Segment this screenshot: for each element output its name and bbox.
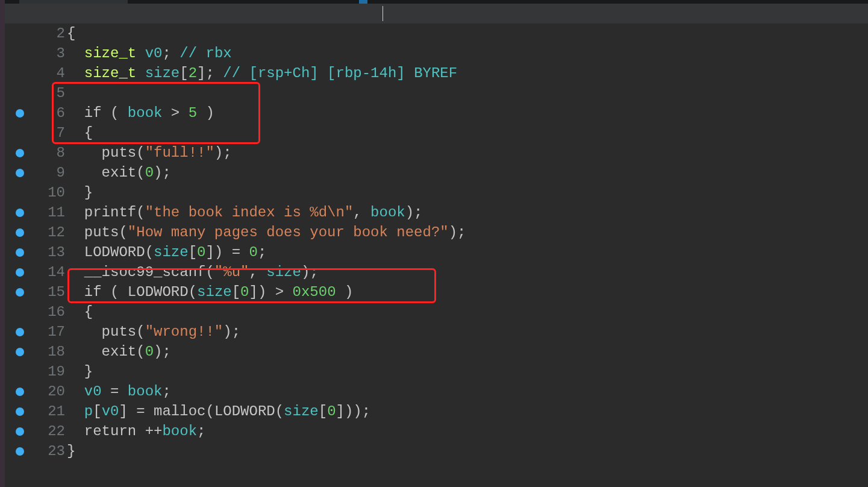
breakpoint-icon[interactable] bbox=[16, 348, 24, 356]
code-line[interactable]: 23} bbox=[5, 441, 868, 461]
code-line[interactable]: 11 printf("the book index is %d\n", book… bbox=[5, 203, 868, 222]
breakpoint-icon[interactable] bbox=[16, 388, 24, 396]
line-number: 21 bbox=[48, 403, 65, 419]
code-line[interactable]: 18 exit(0); bbox=[5, 342, 868, 362]
code-line[interactable]: 7 { bbox=[5, 123, 868, 143]
code-text[interactable]: p[v0] = malloc(LODWORD(size[0])); bbox=[67, 403, 868, 419]
code-text[interactable]: printf("the book index is %d\n", book); bbox=[67, 204, 868, 221]
breakpoint-icon[interactable] bbox=[16, 328, 24, 336]
breakpoint-placeholder[interactable] bbox=[16, 30, 24, 38]
gutter[interactable]: 2 bbox=[5, 25, 67, 42]
code-line[interactable]: 6 if ( book > 5 ) bbox=[5, 103, 868, 123]
code-line[interactable]: 17 puts("wrong!!"); bbox=[5, 322, 868, 342]
code-text[interactable]: __isoc99_scanf("%u", size); bbox=[67, 264, 868, 280]
breakpoint-icon[interactable] bbox=[16, 447, 24, 456]
gutter[interactable]: 10 bbox=[5, 184, 67, 201]
code-area[interactable]: 1size_t creat_the_book()2{3 size_t v0; /… bbox=[5, 4, 868, 487]
gutter[interactable]: 3 bbox=[5, 45, 67, 61]
code-text[interactable]: puts("full!!"); bbox=[67, 145, 868, 161]
gutter[interactable]: 23 bbox=[5, 443, 67, 459]
code-line[interactable]: 4 size_t size[2]; // [rsp+Ch] [rbp-14h] … bbox=[5, 63, 868, 83]
gutter[interactable]: 17 bbox=[5, 324, 67, 340]
code-line[interactable]: 2{ bbox=[5, 24, 868, 43]
gutter[interactable]: 7 bbox=[5, 125, 67, 141]
gutter[interactable]: 8 bbox=[5, 145, 67, 161]
breakpoint-icon[interactable] bbox=[16, 427, 24, 436]
gutter[interactable]: 21 bbox=[5, 403, 67, 419]
gutter[interactable]: 9 bbox=[5, 165, 67, 181]
gutter[interactable]: 20 bbox=[5, 383, 67, 400]
code-line[interactable]: 21 p[v0] = malloc(LODWORD(size[0])); bbox=[5, 401, 868, 421]
gutter[interactable]: 5 bbox=[5, 85, 67, 101]
gutter[interactable]: 12 bbox=[5, 224, 67, 240]
code-text[interactable]: { bbox=[67, 125, 868, 141]
code-line[interactable]: 16 { bbox=[5, 302, 868, 322]
gutter[interactable]: 14 bbox=[5, 264, 67, 280]
code-text[interactable]: } bbox=[67, 363, 868, 380]
code-line[interactable]: 10 } bbox=[5, 183, 868, 203]
gutter[interactable]: 13 bbox=[5, 244, 67, 260]
breakpoint-icon[interactable] bbox=[16, 169, 24, 177]
gutter[interactable]: 6 bbox=[5, 105, 67, 121]
line-number: 18 bbox=[48, 344, 65, 360]
code-text[interactable]: exit(0); bbox=[67, 344, 868, 360]
code-text[interactable]: if ( book > 5 ) bbox=[67, 105, 868, 121]
line-number: 16 bbox=[48, 304, 65, 320]
breakpoint-placeholder[interactable] bbox=[16, 308, 24, 316]
breakpoint-icon[interactable] bbox=[16, 288, 24, 297]
code-text[interactable]: size_t v0; // rbx bbox=[67, 45, 868, 61]
breakpoint-icon[interactable] bbox=[16, 209, 24, 217]
activity-bar bbox=[0, 0, 5, 487]
breakpoint-placeholder[interactable] bbox=[16, 189, 24, 197]
line-number: 11 bbox=[48, 204, 65, 221]
code-text[interactable]: puts("wrong!!"); bbox=[67, 324, 868, 340]
current-line-highlight bbox=[5, 4, 868, 24]
breakpoint-icon[interactable] bbox=[16, 109, 24, 118]
code-line[interactable]: 22 return ++book; bbox=[5, 421, 868, 441]
breakpoint-icon[interactable] bbox=[16, 149, 24, 157]
code-text[interactable]: return ++book; bbox=[67, 423, 868, 439]
code-text[interactable]: puts("How many pages does your book need… bbox=[67, 224, 868, 240]
gutter[interactable]: 22 bbox=[5, 423, 67, 439]
code-text[interactable]: } bbox=[67, 443, 868, 459]
code-text[interactable]: { bbox=[67, 25, 868, 42]
breakpoint-icon[interactable] bbox=[16, 407, 24, 416]
code-line[interactable]: 9 exit(0); bbox=[5, 163, 868, 183]
line-number: 10 bbox=[48, 184, 65, 201]
code-text[interactable]: LODWORD(size[0]) = 0; bbox=[67, 244, 868, 260]
line-number: 6 bbox=[48, 105, 65, 121]
code-text[interactable]: v0 = book; bbox=[67, 383, 868, 400]
breakpoint-placeholder[interactable] bbox=[16, 129, 24, 137]
code-text[interactable]: } bbox=[67, 184, 868, 201]
gutter[interactable]: 19 bbox=[5, 363, 67, 380]
code-text[interactable]: if ( LODWORD(size[0]) > 0x500 ) bbox=[67, 284, 868, 300]
gutter[interactable]: 11 bbox=[5, 204, 67, 221]
breakpoint-icon[interactable] bbox=[16, 248, 24, 257]
breakpoint-placeholder[interactable] bbox=[16, 368, 24, 376]
editor-window: 1size_t creat_the_book()2{3 size_t v0; /… bbox=[0, 0, 868, 487]
code-line[interactable]: 8 puts("full!!"); bbox=[5, 143, 868, 163]
breakpoint-icon[interactable] bbox=[16, 268, 24, 277]
code-line[interactable]: 19 } bbox=[5, 362, 868, 382]
code-line[interactable]: 20 v0 = book; bbox=[5, 382, 868, 401]
code-line[interactable]: 15 if ( LODWORD(size[0]) > 0x500 ) bbox=[5, 282, 868, 302]
line-number: 23 bbox=[48, 443, 65, 459]
gutter[interactable]: 18 bbox=[5, 344, 67, 360]
code-text[interactable]: exit(0); bbox=[67, 165, 868, 181]
breakpoint-placeholder[interactable] bbox=[16, 89, 24, 98]
code-text[interactable]: size_t size[2]; // [rsp+Ch] [rbp-14h] BY… bbox=[67, 65, 868, 81]
gutter[interactable]: 16 bbox=[5, 304, 67, 320]
code-line[interactable]: 14 __isoc99_scanf("%u", size); bbox=[5, 262, 868, 282]
code-line[interactable]: 13 LODWORD(size[0]) = 0; bbox=[5, 242, 868, 262]
breakpoint-placeholder[interactable] bbox=[16, 49, 24, 58]
gutter[interactable]: 15 bbox=[5, 284, 67, 300]
code-line[interactable]: 3 size_t v0; // rbx bbox=[5, 43, 868, 63]
code-text[interactable]: { bbox=[67, 304, 868, 320]
line-number: 13 bbox=[48, 244, 65, 260]
code-line[interactable]: 5 bbox=[5, 83, 868, 103]
breakpoint-icon[interactable] bbox=[16, 228, 24, 237]
gutter[interactable]: 4 bbox=[5, 65, 67, 81]
code-line[interactable]: 12 puts("How many pages does your book n… bbox=[5, 222, 868, 242]
line-number: 4 bbox=[48, 65, 65, 81]
breakpoint-placeholder[interactable] bbox=[16, 69, 24, 78]
